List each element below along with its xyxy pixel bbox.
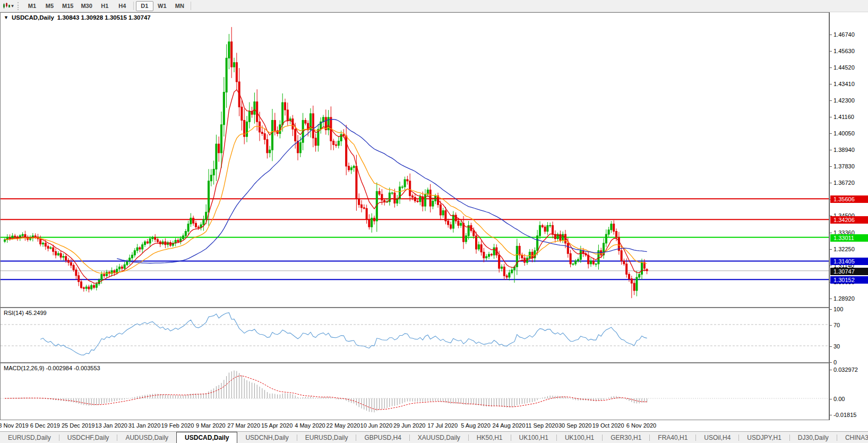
toolbar-grip[interactable] bbox=[18, 2, 20, 10]
candle-body bbox=[407, 180, 408, 181]
ohlc-values: 1.30843 1.30928 1.30515 1.30747 bbox=[57, 14, 151, 21]
candle-body bbox=[592, 261, 594, 264]
date-axis-label: 6 Nov 2020 bbox=[626, 422, 656, 429]
candle-body bbox=[269, 150, 271, 153]
tab-usdcnh-daily[interactable]: USDCNH,Daily bbox=[237, 432, 296, 443]
price-axis-tick: 1.32250 bbox=[833, 246, 855, 252]
tab-gbpusd-h4[interactable]: GBPUSD,H4 bbox=[356, 432, 409, 443]
timeframe-button-h4[interactable]: H4 bbox=[114, 1, 131, 11]
rsi-chart[interactable] bbox=[1, 308, 829, 362]
price-axis-tick: 1.45630 bbox=[833, 48, 855, 54]
candle-body bbox=[605, 234, 607, 243]
candle-body bbox=[488, 254, 490, 257]
price-axis-tick: 1.38940 bbox=[833, 147, 855, 153]
candle-body bbox=[348, 166, 350, 170]
tab-usdjpy-h1[interactable]: USDJPY,H1 bbox=[739, 432, 789, 443]
axis-tick-mark bbox=[830, 309, 832, 310]
candle-body bbox=[228, 42, 230, 58]
axis-tick-mark bbox=[830, 399, 832, 399]
rsi-label: RSI(14) 45.2499 bbox=[4, 310, 47, 316]
candle-body bbox=[350, 168, 352, 170]
candle-body bbox=[417, 201, 418, 201]
chart-mode-icon[interactable]: ▼ bbox=[2, 1, 15, 11]
price-pane[interactable]: ▼ USDCAD,Daily 1.30843 1.30928 1.30515 1… bbox=[0, 12, 829, 308]
timeframe-button-d1[interactable]: D1 bbox=[136, 1, 153, 11]
timeframe-button-w1[interactable]: W1 bbox=[153, 1, 171, 11]
candle-body bbox=[149, 238, 151, 243]
candle-body bbox=[552, 225, 554, 234]
rsi-line bbox=[40, 313, 647, 355]
candle-body bbox=[491, 254, 492, 255]
axis-tick-mark bbox=[830, 35, 832, 35]
candle-body bbox=[623, 261, 625, 264]
candle-body bbox=[626, 264, 628, 275]
candle-body bbox=[575, 261, 577, 264]
candle-body bbox=[106, 272, 108, 276]
date-axis-label: 19 Feb 2020 bbox=[161, 422, 194, 429]
date-axis-label: 5 Aug 2020 bbox=[461, 422, 491, 429]
rsi-pane[interactable]: RSI(14) 45.2499 bbox=[0, 308, 829, 363]
candle-body bbox=[371, 218, 373, 227]
date-axis-label: 24 Aug 2020 bbox=[492, 422, 525, 429]
tab-xauusd-daily[interactable]: XAUUSD,Daily bbox=[410, 432, 468, 443]
candle-body bbox=[458, 221, 459, 225]
title-caret-icon[interactable]: ▼ bbox=[4, 15, 8, 20]
timeframe-button-m1[interactable]: M1 bbox=[23, 1, 41, 11]
candle-body bbox=[292, 119, 294, 130]
price-badge-1.30152: 1.30152 bbox=[830, 276, 868, 284]
macd-chart[interactable] bbox=[1, 363, 829, 420]
tab-hk50-h1[interactable]: HK50,H1 bbox=[469, 432, 511, 443]
candle-body bbox=[567, 243, 569, 254]
candle-body bbox=[368, 219, 370, 227]
timeframe-button-m15[interactable]: M15 bbox=[58, 1, 77, 11]
axis-tick-mark bbox=[830, 133, 832, 134]
candle-body bbox=[154, 237, 156, 240]
axis-tick-mark bbox=[830, 362, 832, 363]
candle-body bbox=[197, 227, 199, 227]
candle-body bbox=[480, 245, 482, 252]
timeframe-button-h1[interactable]: H1 bbox=[96, 1, 114, 11]
candle-body bbox=[142, 245, 143, 249]
candle-body bbox=[47, 246, 49, 249]
time-axis[interactable]: 18 Nov 20196 Dec 201925 Dec 201913 Jan 2… bbox=[0, 420, 868, 431]
axis-tick-mark bbox=[830, 67, 832, 68]
tab-uk100-h1[interactable]: UK100,H1 bbox=[557, 432, 602, 443]
candle-body bbox=[463, 223, 465, 242]
tab-china300-h1[interactable]: CHINA300,H1 bbox=[837, 432, 868, 443]
candle-body bbox=[96, 284, 97, 288]
candle-body bbox=[315, 138, 316, 146]
timeframe-button-m30[interactable]: M30 bbox=[77, 1, 96, 11]
candle-body bbox=[524, 258, 526, 262]
tab-dj30-daily[interactable]: DJ30,Daily bbox=[790, 432, 837, 443]
candle-body bbox=[445, 211, 446, 222]
timeframe-button-mn[interactable]: MN bbox=[171, 1, 188, 11]
rsi-axis-tick: 0 bbox=[833, 359, 837, 365]
tab-usdcad-daily[interactable]: USDCAD,Daily bbox=[176, 432, 237, 443]
candle-body bbox=[75, 270, 77, 276]
candle-body bbox=[81, 282, 82, 287]
price-axis[interactable]: 1.467401.456301.445201.434101.423001.411… bbox=[829, 12, 868, 420]
tab-usoil-h4[interactable]: USOil,H4 bbox=[696, 432, 738, 443]
tab-eurusd-daily[interactable]: EURUSD,Daily bbox=[297, 432, 356, 443]
symbol-label: USDCAD,Daily bbox=[12, 14, 54, 21]
candle-body bbox=[299, 142, 301, 153]
macd-pane[interactable]: MACD(12,26,9) -0.002984 -0.003553 bbox=[0, 363, 829, 420]
tab-fra40-h1[interactable]: FRA40,H1 bbox=[650, 432, 695, 443]
candle-body bbox=[629, 274, 630, 278]
tab-ger30-h1[interactable]: GER30,H1 bbox=[603, 432, 649, 443]
candle-body bbox=[248, 112, 250, 122]
candlestick-chart[interactable] bbox=[1, 13, 829, 307]
date-axis-label: 11 Sep 2020 bbox=[526, 422, 558, 429]
candle-body bbox=[73, 265, 74, 270]
macd-signal-line bbox=[5, 376, 647, 410]
date-axis-label: 15 Apr 2020 bbox=[261, 422, 293, 429]
timeframe-button-m5[interactable]: M5 bbox=[41, 1, 58, 11]
candle-body bbox=[14, 236, 16, 237]
candle-body bbox=[60, 253, 62, 257]
candle-body bbox=[274, 120, 276, 131]
candle-body bbox=[394, 193, 396, 203]
tab-usdchf-daily[interactable]: USDCHF,Daily bbox=[59, 432, 117, 443]
tab-eurusd-daily[interactable]: EURUSD,Daily bbox=[0, 432, 59, 443]
tab-uk100-h1[interactable]: UK100,H1 bbox=[511, 432, 556, 443]
tab-audusd-daily[interactable]: AUDUSD,Daily bbox=[117, 432, 176, 443]
